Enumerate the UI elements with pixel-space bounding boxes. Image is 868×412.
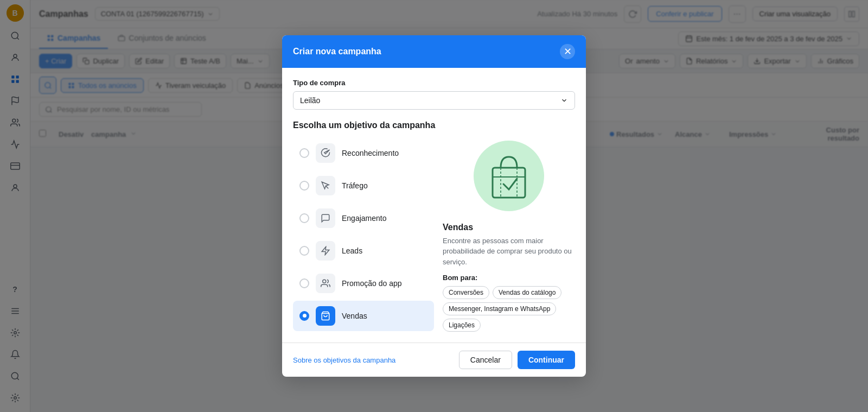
objective-trafego[interactable]: Tráfego: [293, 170, 434, 201]
objectives-link[interactable]: Sobre os objetivos da campanha: [293, 356, 395, 364]
svg-marker-40: [322, 246, 329, 255]
modal-overlay: Criar nova campanha ✕ Tipo de compra Lei…: [0, 0, 868, 412]
svg-point-41: [323, 280, 326, 283]
bom-para-label: Bom para:: [443, 274, 575, 282]
objective-leads[interactable]: Leads: [293, 236, 434, 266]
tipo-compra-label: Tipo de compra: [293, 79, 575, 87]
modal-close-button[interactable]: ✕: [560, 44, 575, 59]
modal-header: Criar nova campanha ✕: [282, 35, 586, 68]
tag-ligacoes: Ligações: [443, 319, 481, 332]
svg-point-43: [474, 141, 544, 211]
radio-promocao-app: [299, 278, 309, 288]
radio-vendas: [299, 311, 309, 321]
icon-promocao-app: [316, 274, 335, 293]
tag-conversoes: Conversões: [443, 286, 489, 299]
radio-leads: [299, 246, 309, 256]
modal-title: Criar nova campanha: [293, 47, 381, 56]
tag-vendas-catalogo: Vendas do catálogo: [493, 286, 561, 299]
label-trafego: Tráfego: [342, 181, 368, 190]
detail-title: Vendas: [443, 223, 575, 232]
modal-body: Tipo de compra Leilão Escolha um objetiv…: [282, 68, 586, 343]
create-campaign-modal: Criar nova campanha ✕ Tipo de compra Lei…: [282, 35, 586, 377]
label-promocao-app: Promoção do app: [342, 279, 402, 288]
icon-engajamento: [316, 208, 335, 228]
icon-vendas: [316, 306, 335, 326]
tags-container: Conversões Vendas do catálogo Messenger,…: [443, 286, 575, 332]
detail-description: Encontre as pessoas com maior probabilid…: [443, 236, 575, 268]
tipo-compra-select[interactable]: Leilão: [293, 91, 575, 110]
objective-vendas[interactable]: Vendas: [293, 301, 434, 331]
tag-messenger: Messenger, Instagram e WhatsApp: [443, 302, 556, 315]
icon-trafego: [316, 176, 335, 195]
objective-engajamento[interactable]: Engajamento: [293, 203, 434, 233]
objective-reconhecimento[interactable]: Reconhecimento: [293, 138, 434, 168]
vendas-illustration: [471, 138, 547, 214]
footer-buttons: Cancelar Continuar: [459, 351, 575, 369]
label-leads: Leads: [342, 246, 362, 255]
radio-trafego: [299, 181, 309, 191]
objectives-layout: Reconhecimento Tráfego: [293, 138, 575, 332]
label-reconhecimento: Reconhecimento: [342, 149, 399, 157]
cancel-button[interactable]: Cancelar: [459, 351, 512, 369]
detail-panel: Vendas Encontre as pessoas com maior pro…: [443, 138, 575, 332]
svg-marker-39: [324, 150, 330, 154]
continue-button[interactable]: Continuar: [518, 351, 575, 369]
label-engajamento: Engajamento: [342, 214, 387, 223]
tipo-compra-value: Leilão: [300, 96, 320, 105]
radio-engajamento: [299, 213, 309, 223]
radio-reconhecimento: [299, 148, 309, 158]
objective-promocao-app[interactable]: Promoção do app: [293, 268, 434, 299]
icon-reconhecimento: [316, 143, 335, 163]
objectives-list: Reconhecimento Tráfego: [293, 138, 434, 332]
icon-leads: [316, 241, 335, 261]
label-vendas: Vendas: [342, 312, 367, 320]
objetivo-section-label: Escolha um objetivo da campanha: [293, 121, 575, 130]
modal-footer: Sobre os objetivos da campanha Cancelar …: [282, 343, 586, 377]
